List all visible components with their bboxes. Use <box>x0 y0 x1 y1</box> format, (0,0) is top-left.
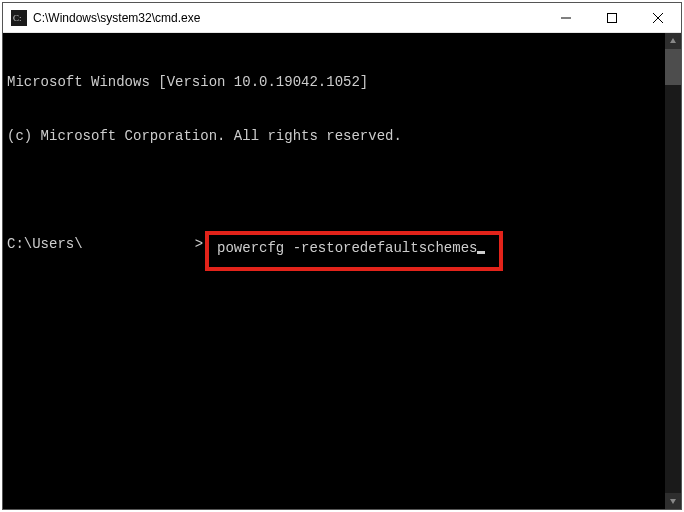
command-highlight: powercfg -restoredefaultschemes <box>205 231 503 271</box>
scroll-track[interactable] <box>665 49 681 493</box>
prompt-prefix: C:\Users\ <box>7 235 83 253</box>
svg-rect-3 <box>608 13 617 22</box>
cmd-window: C: C:\Windows\system32\cmd.exe Microsoft… <box>2 2 682 510</box>
prompt-row: C:\Users\>powercfg -restoredefaultscheme… <box>7 235 663 271</box>
console-output[interactable]: Microsoft Windows [Version 10.0.19042.10… <box>3 33 665 509</box>
title-bar[interactable]: C: C:\Windows\system32\cmd.exe <box>3 3 681 33</box>
close-button[interactable] <box>635 3 681 32</box>
window-controls <box>543 3 681 32</box>
svg-text:C:: C: <box>13 13 22 23</box>
cmd-icon: C: <box>11 10 27 26</box>
copyright-line: (c) Microsoft Corporation. All rights re… <box>7 127 663 145</box>
svg-marker-7 <box>670 499 676 504</box>
scroll-up-button[interactable] <box>665 33 681 49</box>
vertical-scrollbar[interactable] <box>665 33 681 509</box>
scroll-thumb[interactable] <box>665 49 681 85</box>
minimize-button[interactable] <box>543 3 589 32</box>
redacted-username <box>83 236 195 252</box>
version-line: Microsoft Windows [Version 10.0.19042.10… <box>7 73 663 91</box>
text-cursor <box>477 251 485 254</box>
window-title: C:\Windows\system32\cmd.exe <box>33 11 543 25</box>
scroll-down-button[interactable] <box>665 493 681 509</box>
prompt-suffix: > <box>195 235 203 253</box>
maximize-button[interactable] <box>589 3 635 32</box>
typed-command: powercfg -restoredefaultschemes <box>217 240 477 256</box>
blank-line <box>7 181 663 199</box>
console-area: Microsoft Windows [Version 10.0.19042.10… <box>3 33 681 509</box>
svg-marker-6 <box>670 38 676 43</box>
